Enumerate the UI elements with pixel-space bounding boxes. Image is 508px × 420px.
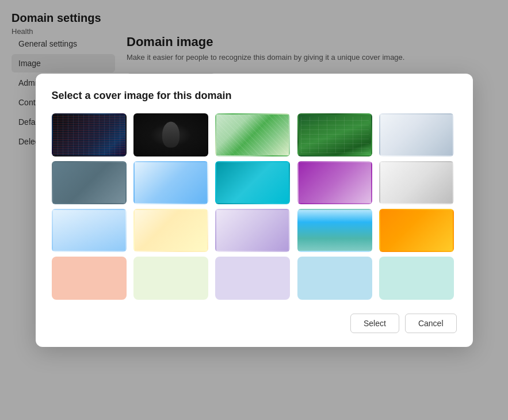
image-option-color-lavender[interactable]	[215, 257, 290, 300]
cancel-button[interactable]: Cancel	[405, 314, 457, 333]
image-option-tech-green[interactable]	[215, 113, 290, 156]
image-option-purple-stack[interactable]	[297, 161, 372, 204]
cover-image-modal: Select a cover image for this domain	[36, 74, 473, 347]
image-option-color-salmon[interactable]	[52, 257, 127, 300]
select-button[interactable]: Select	[350, 314, 399, 333]
image-option-code[interactable]	[52, 113, 127, 156]
modal-footer: Select Cancel	[52, 314, 457, 333]
image-option-spreadsheet[interactable]	[297, 113, 372, 156]
image-grid	[52, 113, 457, 300]
image-option-glass-cubes[interactable]	[133, 161, 208, 204]
image-option-laptop-purple[interactable]	[215, 209, 290, 252]
modal-title: Select a cover image for this domain	[52, 90, 457, 102]
image-option-tablet-ui[interactable]	[215, 161, 290, 204]
image-option-orange-scene[interactable]	[379, 209, 454, 252]
image-option-3d-scene[interactable]	[379, 161, 454, 204]
image-option-books[interactable]	[52, 209, 127, 252]
image-option-3d-cubes[interactable]	[52, 161, 127, 204]
image-option-notebook[interactable]	[379, 113, 454, 156]
modal-overlay: Select a cover image for this domain	[0, 0, 508, 420]
image-option-color-teal[interactable]	[379, 257, 454, 300]
image-option-color-mint[interactable]	[133, 257, 208, 300]
image-option-dark-mouse[interactable]	[133, 113, 208, 156]
image-option-landscape[interactable]	[297, 209, 372, 252]
image-option-color-sky[interactable]	[297, 257, 372, 300]
image-option-desk-plant[interactable]	[133, 209, 208, 252]
